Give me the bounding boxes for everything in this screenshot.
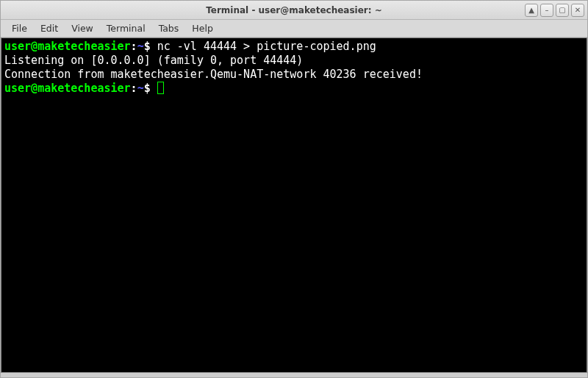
window-bottom-border — [1, 373, 587, 377]
terminal-prompt-line: user@maketecheasier:~$ nc -vl 44444 > pi… — [4, 40, 584, 54]
prompt-user-host: user@maketecheasier — [4, 82, 131, 95]
minimize-button[interactable]: – — [540, 4, 553, 17]
output-text: Connection from maketecheasier.Qemu-NAT-… — [4, 68, 423, 81]
cursor — [157, 82, 164, 94]
menu-edit[interactable]: Edit — [34, 21, 65, 36]
menu-tabs[interactable]: Tabs — [152, 21, 186, 36]
terminal-prompt-line: user@maketecheasier:~$ — [4, 82, 584, 96]
menubar: File Edit View Terminal Tabs Help — [1, 20, 587, 38]
minimize-icon: – — [545, 6, 549, 14]
close-icon: ✕ — [575, 6, 581, 14]
prompt-separator: : — [131, 82, 137, 95]
terminal-output-line: Connection from maketecheasier.Qemu-NAT-… — [4, 68, 584, 82]
terminal-output[interactable]: user@maketecheasier:~$ nc -vl 44444 > pi… — [1, 38, 587, 373]
terminal-output-line: Listening on [0.0.0.0] (family 0, port 4… — [4, 54, 584, 68]
titlebar[interactable]: Terminal - user@maketecheasier: ~ ▲ – ▢ … — [1, 1, 587, 20]
menu-file[interactable]: File — [5, 21, 34, 36]
close-button[interactable]: ✕ — [571, 4, 584, 17]
prompt-dollar: $ — [144, 40, 157, 53]
command-text: nc -vl 44444 > picture-copied.png — [157, 40, 376, 53]
output-text: Listening on [0.0.0.0] (family 0, port 4… — [4, 54, 303, 67]
maximize-button[interactable]: ▢ — [556, 4, 569, 17]
prompt-separator: : — [131, 40, 137, 53]
prompt-path: ~ — [137, 82, 144, 95]
menu-terminal[interactable]: Terminal — [100, 21, 152, 36]
maximize-icon: ▢ — [559, 6, 565, 14]
prompt-path: ~ — [137, 40, 144, 53]
menu-help[interactable]: Help — [185, 21, 220, 36]
window-title: Terminal - user@maketecheasier: ~ — [1, 5, 587, 15]
prompt-dollar: $ — [144, 82, 157, 95]
menu-view[interactable]: View — [65, 21, 100, 36]
terminal-window: Terminal - user@maketecheasier: ~ ▲ – ▢ … — [0, 0, 588, 378]
window-controls: ▲ – ▢ ✕ — [523, 4, 587, 17]
triangle-up-icon: ▲ — [528, 6, 534, 14]
prompt-user-host: user@maketecheasier — [4, 40, 131, 53]
ontop-button[interactable]: ▲ — [525, 4, 538, 17]
